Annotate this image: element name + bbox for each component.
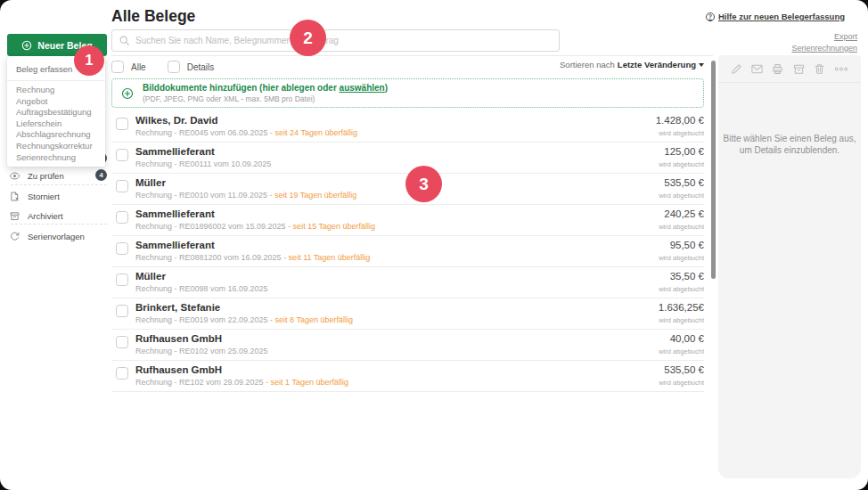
invoice-amount: 535,50 € [664,364,704,375]
invoice-meta-text: Rechnung - RE0019 vom 22.09.2025 [135,315,268,324]
invoice-row[interactable]: Rufhausen GmbH Rechnung - RE0102 vom 25.… [111,330,704,361]
sidebar-item-label: Storniert [28,192,60,201]
invoice-row[interactable]: Sammellieferant Rechnung - RE01896002 vo… [111,205,704,236]
archive-icon [9,210,20,222]
invoice-amount: 35,50 € [670,271,704,282]
invoice-meta-text: Rechnung - RE0010 vom 11.09.2025 [135,191,267,200]
menu-divider [7,80,105,81]
upload-dropzone[interactable]: Bilddokumente hinzufügen (hier ablegen o… [111,78,704,108]
sidebar-item-zu-pruefen[interactable]: Zu prüfen 4 [9,168,109,183]
row-checkbox[interactable] [116,118,128,130]
help-link[interactable]: Hilfe zur neuen Belegerfassung [706,12,845,21]
dropzone-text: Bilddokumente hinzufügen (hier ablegen o… [143,83,388,104]
sidebar-item-label: Archiviert [28,211,63,221]
search-icon [119,35,130,46]
invoice-meta-text: Rechnung - RE0881200 vom 16.09.2025 [135,253,282,262]
invoice-row[interactable]: Sammellieferant Rechnung - RE00111 vom 1… [111,143,704,174]
delete-trash-icon[interactable] [813,62,826,76]
dropzone-title-close: ) [385,83,388,93]
invoice-meta: Rechnung - RE0881200 vom 16.09.2025 - se… [135,253,370,262]
invoice-amount: 125,00 € [664,146,704,157]
print-icon[interactable] [771,62,784,76]
invoice-meta-text: Rechnung - RE102 vom 29.09.2025 [135,378,264,387]
invoice-meta-text: Rechnung - RE00111 vom 10.09.2025 [135,159,271,168]
row-checkbox[interactable] [116,180,128,192]
detail-panel: Bitte wählen Sie einen Beleg aus, um Det… [718,55,861,478]
menu-item-lieferschein[interactable]: Lieferschein [7,118,105,130]
invoice-meta: Rechnung - RE0098 vom 16.09.2025 [135,284,268,293]
menu-item-rechnungskorrektur[interactable]: Rechnungskorrektur [7,141,105,152]
invoice-meta: Rechnung - RE0102 vom 25.09.2025 [135,347,268,355]
zu-pruefen-badge: 4 [95,169,107,181]
invoice-amount: 535,50 € [664,177,704,188]
sidebar-item-storniert[interactable]: Storniert [9,189,109,203]
payment-note: wird abgebucht [659,285,704,293]
row-checkbox[interactable] [116,367,128,380]
row-checkbox[interactable] [116,274,128,286]
invoice-meta: Rechnung - RE00111 vom 10.09.2025 [135,159,271,168]
invoice-name: Sammellieferant [135,240,215,250]
sort-dropdown[interactable]: Sortieren nach Letzte Veränderung [560,60,704,69]
edit-pencil-icon[interactable] [730,62,743,76]
email-envelope-icon[interactable] [750,62,764,76]
invoice-amount: 95,50 € [670,240,704,250]
menu-item-auftragsbestaetigung[interactable]: Auftragsbestätigung [7,107,105,118]
caret-down-icon [699,63,704,67]
invoice-name: Sammellieferant [135,208,215,219]
annotation-step-3: 3 [405,166,442,202]
list-scrollbar[interactable] [711,61,716,279]
invoice-amount: 1.428,00 € [656,115,704,126]
invoice-row[interactable]: Rufhausen GmbH Rechnung - RE102 vom 29.0… [111,361,704,392]
menu-item-abschlagsrechnung[interactable]: Abschlagsrechnung [7,129,105,141]
select-all-checkbox[interactable] [111,61,124,73]
payment-note: wird abgebucht [659,347,704,355]
serienrechnungen-link[interactable]: Serienrechnungen [791,43,857,54]
row-checkbox[interactable] [116,211,128,224]
details-label: Details [187,62,215,72]
select-all-label: Alle [131,62,146,72]
row-checkbox[interactable] [116,149,128,161]
dropzone-auswaehlen-link[interactable]: auswählen [340,83,385,93]
plus-circle-icon [21,40,32,51]
cancelled-document-icon [9,191,20,202]
payment-note: wird abgebucht [659,379,704,387]
invoice-row[interactable]: Wilkes, Dr. David Rechnung - RE0045 vom … [111,111,704,143]
row-checkbox[interactable] [116,336,128,348]
search-input[interactable] [111,29,560,52]
invoice-meta-text: Rechnung - RE0045 vom 06.09.2025 [135,128,268,137]
invoice-meta-text: Rechnung - RE0102 vom 25.09.2025 [135,347,268,355]
overdue-label: - seit 8 Tagen überfällig [268,315,353,324]
header-links: Export Serienrechnungen [791,31,857,53]
dropzone-title-text: Bilddokumente hinzufügen (hier ablegen o… [143,83,340,93]
invoice-row[interactable]: Sammellieferant Rechnung - RE0881200 vom… [111,236,704,267]
header-divider [111,55,713,56]
annotation-step-2: 2 [290,20,326,56]
sidebar-item-archiviert[interactable]: Archiviert [9,208,109,223]
sort-prefix: Sortieren nach [560,60,615,69]
row-checkbox[interactable] [116,242,128,255]
more-options-icon[interactable] [833,62,849,76]
row-checkbox[interactable] [116,305,128,317]
filter-row: Alle Details Sortieren nach Letzte Verän… [111,59,704,75]
recurring-icon [9,231,20,242]
page-title: Alle Belege [111,7,195,26]
annotation-step-1: 1 [74,45,104,76]
invoice-row[interactable]: Müller Rechnung - RE0098 vom 16.09.2025 … [111,267,704,298]
help-circle-icon [706,12,715,21]
details-checkbox[interactable] [168,61,180,73]
archive-icon[interactable] [792,62,806,76]
invoice-meta-text: Rechnung - RE01896002 vom 15.09.2025 [135,222,286,231]
payment-note: wird abgebucht [659,254,704,262]
invoice-meta: Rechnung - RE0045 vom 06.09.2025 - seit … [135,128,357,137]
export-link[interactable]: Export [791,31,857,43]
sidebar-item-serienvorlagen[interactable]: Serienvorlagen [9,229,109,243]
sort-value: Letzte Veränderung [618,60,696,69]
menu-item-angebot[interactable]: Angebot [7,96,105,108]
sidebar-item-label: Serienvorlagen [28,232,85,241]
invoice-row[interactable]: Brinkert, Stefanie Rechnung - RE0019 vom… [111,298,704,330]
invoice-name: Müller [135,271,166,282]
overdue-label: - seit 19 Tagen überfällig [267,191,356,200]
menu-item-serienrechnung[interactable]: Serienrechnung [7,152,105,164]
menu-item-rechnung[interactable]: Rechnung [7,85,105,96]
overdue-label: - seit 1 Tagen überfällig [264,378,348,387]
